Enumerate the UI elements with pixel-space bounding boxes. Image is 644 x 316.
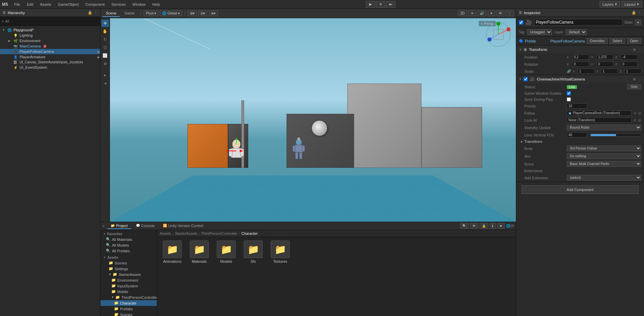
star-btn[interactable]: ★: [497, 223, 505, 229]
fav-all-materials[interactable]: 🔍 All Materials: [100, 236, 157, 242]
breadcrumb-assets[interactable]: Assets: [160, 231, 171, 235]
priority-input[interactable]: [567, 103, 587, 108]
viewport[interactable]: ✛ ✋ ↻ ⊡ ⬜ ⊕ ▸ ◂: [100, 18, 516, 222]
inspector-more-icon[interactable]: ⋮: [638, 10, 641, 15]
file-materials[interactable]: 📁 Materials: [187, 241, 211, 263]
transform-more-icon[interactable]: ⋮: [638, 48, 641, 52]
obj-active-checkbox[interactable]: [519, 20, 523, 25]
tool-scale[interactable]: ⊡: [101, 44, 109, 51]
tool-hand[interactable]: ✋: [101, 28, 109, 35]
menu-gameobject[interactable]: GameObject: [56, 2, 81, 7]
prefab-open-btn[interactable]: Open: [627, 38, 641, 44]
obj-static-btn[interactable]: ▾: [635, 20, 641, 25]
tab-scene[interactable]: Scene: [103, 10, 120, 17]
transform-settings-icon[interactable]: ⚙: [633, 48, 636, 52]
hierarchy-item-playerarmature[interactable]: 👤 PlayerArmature ▶: [0, 54, 100, 60]
pos-x-input[interactable]: [572, 55, 589, 60]
asset-mobile[interactable]: 📁Mobile: [100, 289, 157, 294]
fav-all-prefabs[interactable]: 🔍 All Prefabs: [100, 248, 157, 254]
asset-scenes[interactable]: 📁Scenes: [100, 260, 157, 266]
tab-game[interactable]: Game: [121, 10, 138, 17]
rot-x-input[interactable]: [572, 62, 589, 67]
info-btn[interactable]: ℹ: [490, 223, 496, 229]
menu-help[interactable]: Help: [150, 2, 162, 7]
game-window-checkbox[interactable]: [567, 91, 571, 95]
global-dropdown[interactable]: 🌐Global▾: [160, 10, 182, 16]
tool-custom2[interactable]: ◂: [101, 80, 109, 87]
snap-btn[interactable]: ⊞▾: [188, 10, 197, 16]
hierarchy-item-playground[interactable]: ▼ 🌐 Playground*: [0, 27, 100, 33]
light-toggle[interactable]: ☀: [468, 10, 476, 16]
hierarchy-item-lighting[interactable]: 💡 Lighting: [0, 33, 100, 38]
rot-z-input[interactable]: [621, 62, 638, 67]
aim-dropdown[interactable]: Do nothing: [567, 153, 641, 159]
tool-move[interactable]: ✛: [101, 20, 109, 27]
menu-window[interactable]: Window: [130, 2, 148, 7]
file-animations[interactable]: 📁 Animations: [160, 241, 184, 263]
2d-btn[interactable]: 2D: [458, 10, 467, 16]
asset-scenes2[interactable]: 📁Scenes: [100, 312, 157, 316]
asset-inputsystem[interactable]: 📁InputSystem: [100, 283, 157, 289]
pivot-dropdown[interactable]: Pivot▾: [144, 10, 158, 16]
gizmos-btn[interactable]: ⊕▾: [209, 10, 218, 16]
file-models[interactable]: 📁 Models: [214, 241, 238, 263]
hierarchy-more-icon[interactable]: ⋮: [94, 10, 97, 15]
asset-prefabs[interactable]: 📁Prefabs: [100, 306, 157, 312]
file-sfx[interactable]: 📁 Sfx: [241, 241, 265, 263]
standby-dropdown[interactable]: Round Robin Always Never: [567, 125, 641, 130]
add-extension-dropdown[interactable]: (select): [567, 175, 641, 181]
layout-dropdown[interactable]: Layout ▾: [621, 1, 642, 7]
pause-button[interactable]: ⏸: [376, 1, 385, 8]
tag-dropdown[interactable]: Untagged: [527, 29, 552, 35]
inspector-lock-icon[interactable]: 🔒: [632, 10, 636, 15]
menu-services[interactable]: Services: [109, 2, 127, 7]
lookat-ref-select-btn[interactable]: ◎: [638, 118, 641, 122]
audio-toggle[interactable]: 🔊: [477, 10, 486, 16]
cinemachine-header[interactable]: ▼ 🎥 CinemachineVirtualCamera ⚙ ⋮: [516, 75, 644, 83]
cinemachine-more-icon[interactable]: ⋮: [638, 77, 641, 81]
hierarchy-item-uicanvas[interactable]: 🖼 UI_Canvas_StarterAssetsInputs_Joystick…: [0, 60, 100, 65]
body-dropdown[interactable]: 3rd Person Follow: [567, 146, 641, 151]
tool-transform[interactable]: ⊕: [101, 60, 109, 67]
asset-thirdperson[interactable]: ▼ 📁ThirdPersonController: [100, 294, 157, 300]
noise-dropdown[interactable]: Basic Multi Channel Perlin: [567, 161, 641, 167]
save-during-play-checkbox[interactable]: [567, 97, 571, 101]
pos-y-input[interactable]: [596, 55, 613, 60]
follow-ref-btn[interactable]: ⊙: [634, 111, 636, 115]
scale-x-input[interactable]: [578, 69, 594, 74]
grid-btn[interactable]: ⊟▾: [198, 10, 207, 16]
scale-y-input[interactable]: [601, 69, 618, 74]
lock-btn[interactable]: 🔒: [479, 223, 488, 229]
rot-y-input[interactable]: [596, 62, 613, 67]
lookat-ref-btn[interactable]: ⊙: [634, 118, 636, 122]
hierarchy-item-eventsystem[interactable]: ⚡ UI_EventSystem: [0, 65, 100, 70]
fov-input[interactable]: [567, 132, 587, 137]
menu-assets[interactable]: Assets: [38, 2, 53, 7]
asset-character[interactable]: 📁Character: [100, 300, 157, 306]
pos-z-input[interactable]: [621, 55, 638, 60]
tool-rect[interactable]: ⬜: [101, 52, 109, 59]
tab-console[interactable]: 💬 Console: [133, 223, 158, 229]
transform-header[interactable]: ▼ ⊕ Transform ⚙ ⋮: [516, 45, 644, 54]
breadcrumb-starter[interactable]: StarterAssets: [175, 231, 197, 235]
solo-button[interactable]: Solo: [627, 84, 641, 89]
transitions-section[interactable]: ▶ Transitions: [516, 138, 644, 145]
prefab-overrides-btn[interactable]: Overrides: [587, 38, 607, 44]
tab-version-control[interactable]: 🔀 Unity Version Control: [159, 223, 206, 229]
file-textures[interactable]: 📁 Textures: [268, 241, 292, 263]
hierarchy-item-environment[interactable]: ▶ 🌿 Environment: [0, 38, 100, 43]
asset-settings[interactable]: 📁Settings: [100, 266, 157, 272]
play-button[interactable]: ▶: [366, 1, 375, 8]
menu-file[interactable]: File: [12, 2, 22, 7]
tool-custom1[interactable]: ▸: [101, 71, 109, 79]
layers-dropdown[interactable]: Layers ▾: [599, 1, 620, 7]
more-scene-btn[interactable]: ⋮: [506, 10, 514, 16]
cinemachine-toggle[interactable]: [524, 77, 528, 81]
scale-z-input[interactable]: [624, 69, 641, 74]
hierarchy-search-input[interactable]: [10, 18, 98, 25]
fav-all-models[interactable]: 🔍 All Models: [100, 242, 157, 248]
prefab-select-btn[interactable]: Select: [610, 38, 625, 44]
breadcrumb-thirdperson[interactable]: ThirdPersonController: [201, 231, 237, 235]
hierarchy-item-maincamera[interactable]: 📷 MainCamera !: [0, 43, 100, 49]
asset-starterassets[interactable]: ▼ 📁StarterAssets: [100, 272, 157, 277]
